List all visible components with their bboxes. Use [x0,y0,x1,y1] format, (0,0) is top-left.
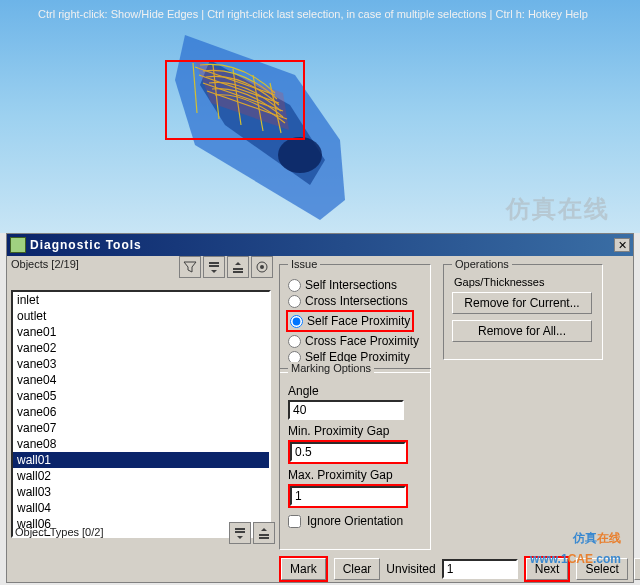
marking-options-group: Marking Options Angle Min. Proximity Gap… [279,362,431,550]
svg-rect-10 [235,528,245,530]
radio-cross-face-proximity[interactable]: Cross Face Proximity [288,334,422,348]
unvisited-label: Unvisited [386,562,435,576]
radio-cross-intersections[interactable]: Cross Intersections [288,294,422,308]
min-proximity-gap-input[interactable] [290,442,406,462]
types-select-down-icon[interactable] [229,522,251,544]
svg-point-9 [260,265,264,269]
close-button[interactable]: ✕ [614,238,630,252]
radio-self-face-proximity[interactable]: Self Face Proximity [290,314,410,328]
svg-point-2 [278,137,322,173]
clear-button[interactable]: Clear [334,558,381,580]
list-options-icon[interactable] [251,256,273,278]
list-item[interactable]: wall03 [13,484,269,500]
filter-icon[interactable] [179,256,201,278]
list-item[interactable]: vane08 [13,436,269,452]
svg-rect-6 [233,268,243,270]
list-item[interactable]: wall02 [13,468,269,484]
list-item[interactable]: outlet [13,308,269,324]
ignore-orientation-checkbox[interactable]: Ignore Orientation [288,514,422,528]
unvisited-input[interactable] [442,559,518,579]
issue-legend: Issue [288,258,320,270]
watermark-cn: 仿真在线 [506,193,610,225]
reset-button[interactable]: Reset [634,558,640,580]
dialog-title: Diagnostic Tools [30,238,610,252]
svg-rect-11 [235,531,245,533]
max-proximity-gap-input[interactable] [290,486,406,506]
list-item[interactable]: vane07 [13,420,269,436]
operations-legend: Operations [452,258,512,270]
app-icon [10,237,26,253]
objects-listbox[interactable]: inletoutletvane01vane02vane03vane04vane0… [11,290,271,538]
svg-rect-12 [259,534,269,536]
max-proximity-gap-label: Max. Proximity Gap [288,468,422,482]
angle-input[interactable] [288,400,404,420]
list-item[interactable]: vane05 [13,388,269,404]
svg-rect-4 [209,262,219,264]
list-select-up-icon[interactable] [227,256,249,278]
dialog-titlebar[interactable]: Diagnostic Tools ✕ [7,234,633,256]
watermark-cn-bottom: 仿真在线 [573,521,621,548]
list-item[interactable]: vane03 [13,356,269,372]
svg-rect-7 [233,271,243,273]
marking-legend: Marking Options [288,362,374,374]
radio-self-intersections[interactable]: Self Intersections [288,278,422,292]
viewport-help-text: Ctrl right-click: Show/Hide Edges | Ctrl… [38,8,588,20]
remove-current-button[interactable]: Remove for Current... [452,292,592,314]
diagnostic-tools-dialog: Diagnostic Tools ✕ Objects [2/19] inleto… [6,233,634,583]
gaps-thicknesses-label: Gaps/Thicknesses [454,276,594,288]
highlight-box [165,60,305,140]
min-proximity-gap-label: Min. Proximity Gap [288,424,422,438]
list-item[interactable]: wall04 [13,500,269,516]
list-item[interactable]: wall01 [13,452,269,468]
list-item[interactable]: vane06 [13,404,269,420]
issue-group: Issue Self Intersections Cross Intersect… [279,258,431,373]
list-item[interactable]: vane02 [13,340,269,356]
list-item[interactable]: vane01 [13,324,269,340]
angle-label: Angle [288,384,422,398]
types-select-up-icon[interactable] [253,522,275,544]
svg-rect-5 [209,265,219,267]
viewport-3d[interactable]: Ctrl right-click: Show/Hide Edges | Ctrl… [0,0,640,233]
mark-button[interactable]: Mark [281,558,326,580]
operations-group: Operations Gaps/Thicknesses Remove for C… [443,258,603,360]
list-item[interactable]: vane04 [13,372,269,388]
remove-all-button[interactable]: Remove for All... [452,320,592,342]
watermark-url: www.1CAE.com [530,550,621,566]
list-item[interactable]: inlet [13,292,269,308]
list-select-down-icon[interactable] [203,256,225,278]
svg-rect-13 [259,537,269,539]
